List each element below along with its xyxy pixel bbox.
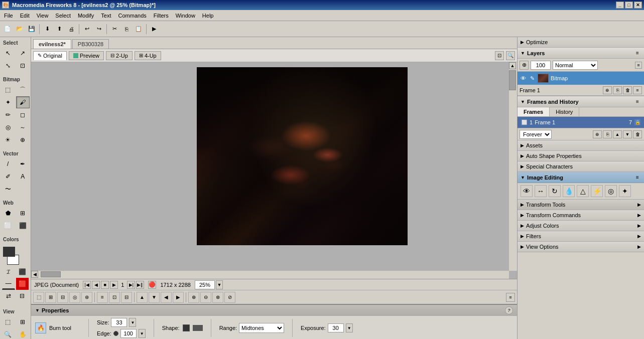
- cut-button[interactable]: ✂: [109, 24, 120, 35]
- import-button[interactable]: ⬇: [42, 24, 53, 35]
- move-frame-up-btn[interactable]: ▲: [613, 130, 622, 138]
- eraser-tool[interactable]: ◻: [16, 109, 30, 121]
- doc-tab-evilness2[interactable]: evilness2*: [33, 39, 71, 49]
- prev-frame-btn[interactable]: ◀: [92, 281, 100, 289]
- layers-options-btn[interactable]: ≡: [634, 50, 641, 57]
- menu-view[interactable]: View: [34, 12, 52, 20]
- menu-edit[interactable]: Edit: [17, 12, 33, 20]
- subselect-tool[interactable]: ↗: [16, 47, 30, 59]
- bt-7[interactable]: ⊡: [109, 292, 120, 303]
- history-tab[interactable]: History: [550, 107, 579, 116]
- blur-tool[interactable]: ◎: [1, 121, 15, 133]
- exposure-input[interactable]: [328, 323, 344, 332]
- eyedropper-tool[interactable]: 𝓘: [2, 266, 15, 278]
- menu-window[interactable]: Window: [173, 12, 198, 20]
- menu-commands[interactable]: Commands: [115, 12, 150, 20]
- pointer-tool[interactable]: ↖: [1, 47, 15, 59]
- freeform-tool[interactable]: 〜: [1, 183, 15, 195]
- copy-frame-btn[interactable]: ⎘: [603, 130, 612, 138]
- image-editing-header[interactable]: ▼ Image Editing ≡: [518, 172, 644, 183]
- bt-3[interactable]: ⊟: [57, 292, 68, 303]
- bt-13[interactable]: ⊕: [188, 292, 199, 303]
- hotspot-tool[interactable]: ⬟: [1, 207, 15, 219]
- auto-shape-header[interactable]: ▶ Auto Shape Properties: [518, 151, 644, 161]
- edge-input[interactable]: [120, 329, 137, 338]
- shape-rect-btn[interactable]: [193, 325, 203, 331]
- bt-options[interactable]: ≡: [506, 293, 515, 302]
- export-button[interactable]: ⬆: [54, 24, 65, 35]
- hand-tool[interactable]: ✋: [16, 328, 30, 339]
- tab-original[interactable]: ✎ Original: [33, 51, 67, 60]
- zoom-input[interactable]: [195, 280, 215, 289]
- ie-move-tool[interactable]: ↔: [535, 185, 547, 197]
- marquee-tool[interactable]: ⬚: [1, 84, 15, 96]
- text-tool[interactable]: A: [16, 171, 30, 183]
- bt-10[interactable]: ▼: [149, 292, 160, 303]
- brush-tool[interactable]: 🖌: [16, 96, 30, 108]
- bt-14[interactable]: ⊖: [200, 292, 211, 303]
- play-btn[interactable]: ▶: [110, 281, 118, 289]
- delete-layer-btn[interactable]: 🗑: [623, 86, 632, 94]
- clone-tool[interactable]: ⊕: [16, 134, 30, 146]
- next-frame-btn[interactable]: ▶|: [127, 281, 135, 289]
- paint-bucket-tool[interactable]: ⬛: [16, 266, 29, 278]
- print-button[interactable]: 🖨: [66, 24, 77, 35]
- copy-button[interactable]: ⎘: [121, 24, 132, 35]
- redo-button[interactable]: ↪: [93, 24, 104, 35]
- layer-blend-select[interactable]: Normal Multiply Screen Overlay: [553, 61, 598, 70]
- vertical-scrollbar[interactable]: ▲: [509, 62, 517, 271]
- swap-colors[interactable]: ⇄: [2, 290, 15, 302]
- range-select[interactable]: Shadows Midtones Highlights: [239, 323, 284, 333]
- special-chars-header[interactable]: ▶ Special Characters: [518, 161, 644, 172]
- new-button[interactable]: 📄: [2, 24, 13, 35]
- layer-opacity-input[interactable]: [531, 61, 551, 70]
- menu-filters[interactable]: Filters: [151, 12, 172, 20]
- bt-2[interactable]: ⊞: [45, 292, 56, 303]
- magic-wand-tool[interactable]: ✦: [1, 96, 15, 108]
- ie-sharpen-tool[interactable]: ✦: [619, 185, 631, 197]
- scroll-up-btn[interactable]: ▲: [509, 62, 516, 69]
- bt-16[interactable]: ⊘: [224, 292, 235, 303]
- doc-tab-pb300328[interactable]: PB300328: [72, 39, 109, 49]
- smudge-tool[interactable]: ～: [16, 121, 30, 133]
- horizontal-scrollbar[interactable]: ◀: [31, 271, 509, 279]
- hotspot-rect-tool[interactable]: ⬜: [1, 220, 15, 232]
- lasso-tool[interactable]: ⌒: [16, 84, 30, 96]
- loop-indicator[interactable]: 🔴: [148, 281, 156, 289]
- properties-help-btn[interactable]: ?: [505, 306, 513, 314]
- menu-modify[interactable]: Modify: [75, 12, 97, 20]
- stroke-color[interactable]: —: [2, 278, 15, 290]
- image-editing-options-btn[interactable]: ≡: [634, 174, 641, 181]
- bt-11[interactable]: ◀: [161, 292, 172, 303]
- bt-6[interactable]: ≡: [97, 292, 108, 303]
- zoom-controls[interactable]: 🔍: [506, 51, 515, 60]
- ie-rotate-tool[interactable]: ↻: [549, 185, 561, 197]
- minimize-button[interactable]: _: [616, 2, 624, 9]
- paste-button[interactable]: 📋: [133, 24, 144, 35]
- tab-2up[interactable]: ⊟ 2-Up: [106, 51, 133, 60]
- transform-tools-header[interactable]: ▶ Transform Tools ▶: [518, 200, 644, 210]
- crop-tool[interactable]: ⊡: [16, 60, 30, 72]
- transform-commands-header[interactable]: ▶ Transform Commands ▶: [518, 210, 644, 220]
- menu-select[interactable]: Select: [52, 12, 74, 20]
- size-input[interactable]: [111, 318, 127, 327]
- size-dropdown[interactable]: ▼: [129, 318, 136, 327]
- vector-path-tool[interactable]: ✐: [1, 171, 15, 183]
- frames-options-btn[interactable]: ≡: [634, 98, 641, 105]
- menu-help[interactable]: Help: [199, 12, 217, 20]
- standard-screen-btn[interactable]: ⬚: [1, 316, 15, 328]
- frames-header[interactable]: ▼ Frames and History ≡: [518, 96, 644, 107]
- menu-text[interactable]: Text: [98, 12, 114, 20]
- zoom-dropdown-btn[interactable]: ▼: [216, 280, 223, 289]
- default-colors[interactable]: ⊟: [16, 290, 29, 302]
- move-frame-down-btn[interactable]: ▼: [623, 130, 632, 138]
- filters-header[interactable]: ▶ Filters ▶: [518, 231, 644, 241]
- scroll-left-btn[interactable]: ◀: [31, 271, 38, 278]
- ie-erase-tool[interactable]: 💧: [563, 185, 575, 197]
- open-button[interactable]: 📂: [14, 24, 25, 35]
- undo-button[interactable]: ↩: [81, 24, 92, 35]
- zoom-tool[interactable]: 🔍: [1, 328, 15, 339]
- ie-select-tool[interactable]: 👁: [521, 185, 533, 197]
- exposure-dropdown[interactable]: ▼: [346, 323, 353, 332]
- web-tool2[interactable]: ⬛: [16, 220, 30, 232]
